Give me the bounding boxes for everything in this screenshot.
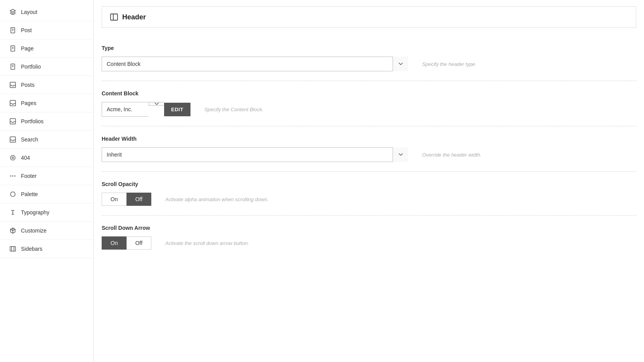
scroll-opacity-off-btn[interactable]: Off [126, 193, 151, 206]
svg-rect-10 [10, 100, 16, 106]
header-width-select-wrapper: Inherit Full Width Boxed [102, 147, 408, 162]
settings-icon [9, 154, 16, 161]
text-icon [9, 209, 16, 216]
section-scroll-down-arrow: Scroll Down Arrow On Off Activate the sc… [102, 215, 636, 259]
inbox-icon [9, 136, 16, 143]
sidebar-item-404[interactable]: 404 [0, 149, 93, 167]
svg-point-15 [10, 176, 11, 177]
sidebar-item-sidebars[interactable]: Sidebars [0, 240, 93, 258]
svg-point-18 [10, 192, 15, 197]
svg-point-13 [10, 155, 15, 160]
svg-point-17 [14, 176, 16, 177]
scroll-down-arrow-helper: Activate the scroll down arrow button. [165, 240, 249, 246]
scroll-opacity-on-btn[interactable]: On [102, 193, 126, 206]
sidebar-item-posts[interactable]: Posts [0, 76, 93, 94]
inbox-icon [9, 81, 16, 88]
sidebar-item-palette[interactable]: Palette [0, 185, 93, 203]
sidebar-item-label: 404 [21, 155, 30, 161]
sidebar-item-label: Search [21, 136, 38, 143]
sidebar-item-label: Layout [21, 9, 37, 15]
sidebar-item-label: Sidebars [21, 246, 42, 252]
section-type-label: Type [102, 45, 636, 51]
scroll-down-arrow-off-btn[interactable]: Off [126, 236, 151, 250]
sidebar-item-label: Pages [21, 100, 36, 106]
sidebar-item-typography[interactable]: Typography [0, 203, 93, 222]
sidebar-item-label: Customize [21, 228, 47, 234]
content-block-row: Acme, Inc. Header Block 1 Header Block 2… [102, 102, 190, 117]
content-block-helper: Specify the Content Block. [204, 107, 263, 112]
svg-point-14 [12, 157, 14, 159]
section-type: Type Content Block Default None Specify … [102, 36, 636, 81]
sidebar-item-portfolio[interactable]: Portfolio [0, 58, 93, 76]
svg-rect-23 [10, 247, 16, 251]
header-width-helper: Override the header width. [422, 152, 481, 158]
sidebar-item-search[interactable]: Search [0, 131, 93, 149]
svg-rect-11 [10, 119, 16, 124]
inbox-icon [9, 118, 16, 125]
scroll-down-arrow-toggle: On Off [102, 236, 151, 250]
file-icon [9, 27, 16, 34]
type-field-row: Content Block Default None Specify the h… [102, 57, 636, 71]
sidebar-item-label: Portfolios [21, 118, 43, 124]
section-scroll-opacity-label: Scroll Opacity [102, 181, 636, 187]
type-select-wrapper: Content Block Default None [102, 57, 408, 71]
sidebar-item-layout[interactable]: Layout [0, 3, 93, 21]
scroll-opacity-helper: Activate alpha animation when scrolling … [165, 197, 268, 202]
section-header-width: Header Width Inherit Full Width Boxed Ov… [102, 126, 636, 172]
scroll-down-arrow-on-btn[interactable]: On [102, 236, 126, 250]
layers-icon [9, 9, 16, 16]
scroll-down-arrow-field-row: On Off Activate the scroll down arrow bu… [102, 236, 636, 250]
section-header-width-label: Header Width [102, 136, 636, 142]
scroll-opacity-toggle: On Off [102, 193, 151, 206]
svg-rect-26 [111, 14, 118, 20]
edit-button[interactable]: EDIT [164, 103, 190, 116]
main-content: Header Type Content Block Default None [94, 0, 644, 362]
svg-rect-9 [10, 82, 16, 88]
content-block-field-row: Acme, Inc. Header Block 1 Header Block 2… [102, 102, 636, 117]
sidebar-item-post[interactable]: Post [0, 21, 93, 40]
header-width-field-row: Inherit Full Width Boxed Override the he… [102, 147, 636, 162]
sidebar-item-label: Portfolio [21, 64, 41, 70]
sidebar-item-label: Footer [21, 173, 36, 179]
type-select[interactable]: Content Block Default None [102, 57, 408, 71]
sidebar-item-label: Typography [21, 209, 49, 215]
sidebar-item-portfolios[interactable]: Portfolios [0, 112, 93, 131]
header-width-select[interactable]: Inherit Full Width Boxed [102, 147, 408, 162]
inbox-icon [9, 100, 16, 107]
sidebar-item-label: Post [21, 27, 32, 33]
page-title: Header [122, 13, 146, 21]
sidebar-item-customize[interactable]: Customize [0, 222, 93, 240]
section-scroll-opacity: Scroll Opacity On Off Activate alpha ani… [102, 172, 636, 215]
sidebar-item-label: Palette [21, 191, 38, 197]
sidebar-item-footer[interactable]: Footer [0, 167, 93, 185]
scroll-opacity-field-row: On Off Activate alpha animation when scr… [102, 193, 636, 206]
columns-icon [110, 13, 118, 21]
section-content-block: Content Block Acme, Inc. Header Block 1 … [102, 81, 636, 126]
sidebar: Layout Post Page Portfolio [0, 0, 94, 362]
sidebars-icon [9, 245, 16, 252]
file-icon [9, 45, 16, 52]
section-content-block-label: Content Block [102, 90, 636, 97]
dots-icon [9, 172, 16, 179]
section-scroll-down-arrow-label: Scroll Down Arrow [102, 225, 636, 231]
circle-icon [9, 191, 16, 198]
panel-header: Header [102, 6, 636, 28]
sidebar-item-page[interactable]: Page [0, 40, 93, 58]
svg-point-16 [12, 176, 14, 177]
type-helper: Specify the header type. [422, 61, 476, 67]
content-area: Type Content Block Default None Specify … [94, 28, 644, 267]
content-block-arrow [149, 102, 164, 106]
cube-icon [9, 227, 16, 234]
sidebar-item-label: Page [21, 45, 34, 52]
svg-rect-12 [10, 137, 16, 142]
sidebar-item-pages[interactable]: Pages [0, 94, 93, 112]
content-block-select[interactable]: Acme, Inc. Header Block 1 Header Block 2 [102, 102, 149, 117]
sidebar-item-label: Posts [21, 82, 35, 88]
file-icon [9, 63, 16, 70]
